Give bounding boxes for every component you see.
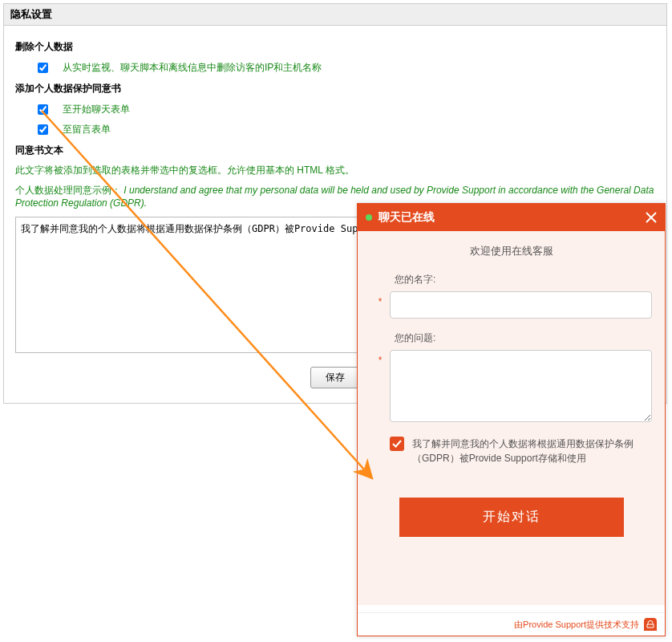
required-star-icon: *: [370, 291, 390, 307]
question-field-group: 您的问题: *: [370, 331, 652, 422]
delete-checkbox[interactable]: [38, 63, 48, 73]
add-row-2: 至留言表单: [34, 122, 655, 137]
chat-header-title: 聊天已在线: [379, 210, 646, 225]
delete-row: 从实时监视、聊天脚本和离线信息中删除访客的IP和主机名称: [34, 60, 655, 75]
chat-widget: 聊天已在线 欢迎使用在线客服 您的名字: * 您的问题: * 我了解并同意我的个…: [357, 203, 666, 636]
footer-suffix: 提供技术支持: [586, 619, 639, 631]
question-textarea[interactable]: [390, 350, 652, 422]
add-checkbox-2[interactable]: [38, 124, 48, 135]
add-link-1[interactable]: 至开始聊天表单: [63, 103, 130, 116]
chat-welcome: 欢迎使用在线客服: [370, 244, 652, 258]
delete-section-title: 删除个人数据: [15, 40, 655, 54]
footer-brand[interactable]: Provide Support: [523, 620, 586, 629]
text-desc: 此文字将被添加到选取的表格并带选中的复选框。允许使用基本的 HTML 格式。: [15, 164, 655, 177]
name-field-group: 您的名字: *: [370, 273, 652, 319]
close-icon[interactable]: [646, 212, 657, 224]
consent-row: 我了解并同意我的个人数据将根据通用数据保护条例（GDPR）被Provide Su…: [390, 437, 652, 465]
save-button[interactable]: 保存: [310, 367, 360, 388]
text-section-title: 同意书文本: [15, 144, 655, 157]
consent-text: 我了解并同意我的个人数据将根据通用数据保护条例（GDPR）被Provide Su…: [412, 437, 652, 465]
question-label: 您的问题:: [395, 331, 652, 345]
add-row-1: 至开始聊天表单: [34, 102, 655, 117]
lock-icon: [644, 618, 657, 631]
add-link-2[interactable]: 至留言表单: [63, 123, 111, 136]
name-label: 您的名字:: [395, 273, 652, 286]
delete-link[interactable]: 从实时监视、聊天脚本和离线信息中删除访客的IP和主机名称: [63, 61, 322, 75]
consent-checkbox[interactable]: [390, 437, 404, 451]
chat-footer: 由 Provide Support 提供技术支持: [358, 612, 665, 636]
chat-body: 欢迎使用在线客服 您的名字: * 您的问题: * 我了解并同意我的个人数据将根据…: [358, 231, 665, 605]
name-input[interactable]: [390, 291, 652, 319]
footer-prefix: 由: [514, 619, 523, 631]
example-prefix: 个人数据处理同意示例：: [15, 185, 121, 196]
status-dot-icon: [366, 214, 372, 221]
panel-title: 隐私设置: [4, 4, 666, 26]
start-chat-button[interactable]: 开始对话: [399, 498, 624, 537]
chat-header: 聊天已在线: [358, 204, 665, 231]
required-star-icon: *: [370, 350, 390, 366]
add-section-title: 添加个人数据保护同意书: [15, 82, 655, 95]
add-checkbox-1[interactable]: [38, 104, 48, 115]
